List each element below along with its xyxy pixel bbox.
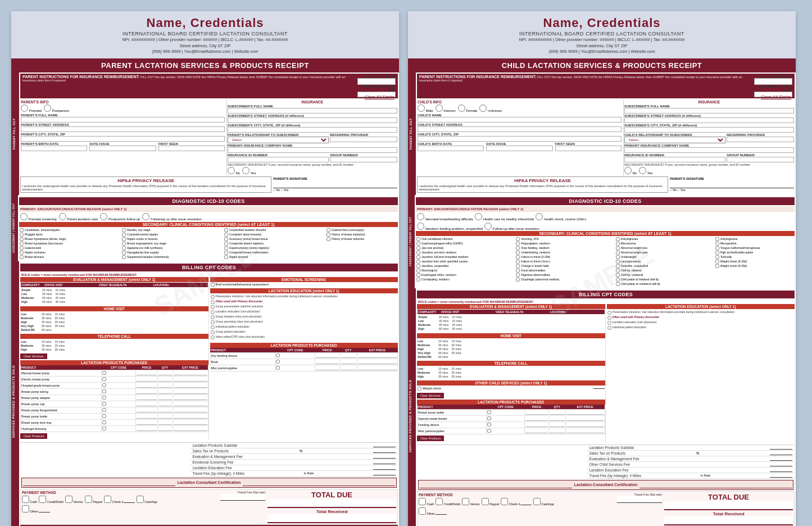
left-product-cpt-cb[interactable]: [102, 371, 106, 375]
condition-checkbox[interactable]: [122, 251, 126, 255]
condition-checkbox[interactable]: [416, 273, 420, 277]
left-subscriber-city-input[interactable]: [228, 127, 397, 133]
left-edu-fee-amount[interactable]: [373, 466, 396, 470]
left-primary-ins-input[interactable]: [228, 147, 397, 153]
left-edu-radio[interactable]: [211, 310, 215, 314]
right-clear-services-btn[interactable]: Clear Services: [417, 393, 444, 398]
left-product-price[interactable]: [137, 402, 156, 406]
left-product-price[interactable]: [137, 408, 156, 412]
right-secondary-no[interactable]: [624, 167, 632, 174]
right-travel-fee-amount[interactable]: [770, 474, 792, 478]
left-edu-radio[interactable]: [211, 315, 215, 319]
left-product-ext[interactable]: [174, 377, 207, 382]
left-product-cpt-cb[interactable]: [102, 402, 106, 406]
left-product-price[interactable]: [137, 420, 156, 425]
left-travel-flat-input[interactable]: [220, 494, 265, 501]
left-clear-services-btn[interactable]: Clear Services: [20, 353, 47, 359]
condition-checkbox[interactable]: [516, 255, 520, 259]
condition-checkbox[interactable]: [416, 246, 420, 250]
condition-checkbox[interactable]: [516, 242, 520, 246]
condition-checkbox[interactable]: [616, 264, 620, 268]
condition-checkbox[interactable]: [616, 260, 620, 264]
right-edu-radio[interactable]: [607, 311, 611, 315]
right-subtotal-amount[interactable]: [770, 446, 792, 450]
condition-checkbox[interactable]: [516, 264, 520, 268]
left-product-ext[interactable]: [174, 396, 207, 400]
condition-checkbox[interactable]: [616, 242, 620, 246]
condition-checkbox[interactable]: [224, 246, 228, 250]
right-edu-fee-amount[interactable]: [770, 468, 792, 472]
condition-checkbox[interactable]: [715, 255, 719, 259]
condition-checkbox[interactable]: [516, 273, 520, 277]
condition-checkbox[interactable]: [326, 228, 330, 232]
right-child-address-input[interactable]: [418, 126, 622, 132]
left-edu-radio[interactable]: [211, 325, 215, 329]
condition-checkbox[interactable]: [326, 237, 330, 241]
left-tax-amount[interactable]: [373, 449, 396, 453]
condition-checkbox[interactable]: [122, 255, 126, 259]
right-male-radio[interactable]: [418, 105, 425, 112]
right-weight-check-cb[interactable]: [418, 387, 421, 391]
left-parent-dob-input[interactable]: [21, 146, 87, 151]
left-edu-radio[interactable]: [211, 300, 215, 304]
left-product-price[interactable]: [137, 383, 156, 388]
left-first-seen-input[interactable]: [158, 146, 225, 151]
left-clear-all-button[interactable]: Clear All Fields: [365, 94, 394, 99]
left-cert-line2[interactable]: [243, 479, 395, 486]
condition-checkbox[interactable]: [516, 269, 520, 273]
left-subscriber-street-input[interactable]: [228, 117, 397, 123]
left-product-ext[interactable]: [174, 427, 207, 431]
condition-checkbox[interactable]: [416, 260, 420, 264]
condition-checkbox[interactable]: [516, 251, 520, 255]
left-product-price[interactable]: [137, 389, 156, 394]
right-secondary-yes[interactable]: [639, 167, 646, 174]
left-total-received-field[interactable]: [267, 514, 396, 523]
left-parent-city-input[interactable]: [21, 136, 225, 142]
left-product-ext[interactable]: [174, 383, 207, 388]
left-product-qty[interactable]: [158, 389, 172, 394]
condition-checkbox[interactable]: [416, 237, 420, 241]
left-product-qty[interactable]: [158, 414, 172, 419]
left-product-cpt-cb[interactable]: [102, 389, 106, 393]
condition-checkbox[interactable]: [122, 228, 126, 232]
condition-checkbox[interactable]: [416, 242, 420, 246]
left-secondary-no[interactable]: [228, 167, 235, 174]
left-product-cpt-cb[interactable]: [102, 427, 106, 430]
right-edu-radio[interactable]: [607, 326, 611, 330]
left-subscriber-name-input[interactable]: [228, 108, 397, 114]
right-clear-products-btn[interactable]: Clear Products: [417, 436, 444, 441]
right-tax-amount[interactable]: [770, 451, 792, 455]
condition-checkbox[interactable]: [616, 269, 620, 273]
right-eval-fee-amount[interactable]: [770, 457, 792, 461]
left-total-due-field[interactable]: [267, 499, 396, 508]
left-hipaa-sig-line[interactable]: [273, 180, 397, 188]
left-product-cpt-cb[interactable]: [102, 377, 106, 381]
left-group-input[interactable]: [330, 157, 397, 162]
left-ins-id-input[interactable]: [228, 157, 329, 162]
left-product-ext[interactable]: [174, 408, 207, 412]
left-product-qty[interactable]: [158, 427, 172, 431]
condition-checkbox[interactable]: [416, 255, 420, 259]
left-edu-radio[interactable]: [211, 320, 215, 324]
condition-checkbox[interactable]: [122, 242, 126, 246]
right-subscriber-city-input[interactable]: [624, 127, 794, 133]
condition-checkbox[interactable]: [224, 242, 228, 246]
left-product-ext[interactable]: [174, 402, 207, 406]
left-product-qty[interactable]: [158, 402, 172, 406]
left-product-price[interactable]: [137, 414, 156, 419]
left-product-price[interactable]: [137, 371, 156, 375]
condition-checkbox[interactable]: [20, 233, 24, 237]
right-clear-all-button[interactable]: Clear AlI Fields: [761, 94, 791, 99]
condition-checkbox[interactable]: [715, 246, 719, 250]
condition-checkbox[interactable]: [516, 237, 520, 241]
right-cert-line[interactable]: [420, 482, 572, 488]
left-product-price[interactable]: [137, 427, 156, 431]
left-product-price[interactable]: [137, 396, 156, 400]
left-product-cpt-cb[interactable]: [102, 396, 106, 400]
condition-checkbox[interactable]: [20, 255, 24, 259]
condition-checkbox[interactable]: [516, 246, 520, 250]
right-ins-id-input[interactable]: [624, 157, 725, 162]
condition-checkbox[interactable]: [616, 246, 620, 250]
right-referring-input[interactable]: [727, 137, 794, 142]
right-total-due-field[interactable]: [664, 501, 793, 510]
